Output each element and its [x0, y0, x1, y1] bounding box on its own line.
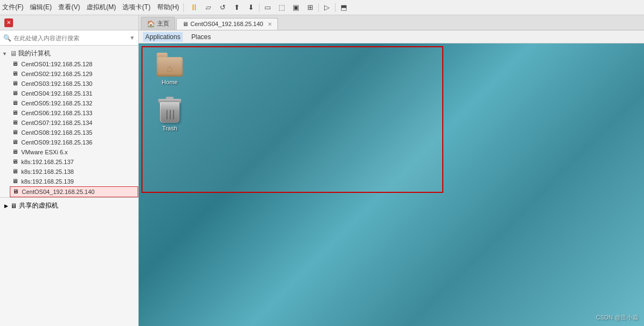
folder-body: ⌂ — [157, 57, 183, 77]
vm-icon: 🖥 — [12, 148, 20, 156]
vm-item-centos01[interactable]: 🖥 CentOS01:192.168.25.128 — [10, 59, 138, 69]
vm-icon: 🖥 — [12, 80, 20, 87]
tab-bar: 🏠 主页 🖥 CentOS04_192.168.25.140 ✕ — [139, 15, 644, 30]
menu-bar: 文件(F) 编辑(E) 查看(V) 虚拟机(M) 选项卡(T) 帮助(H) — [2, 3, 179, 12]
home-icon: 🏠 — [147, 20, 155, 28]
vm-item-centos140[interactable]: 🖥 CentOS04_192.168.25.140 — [10, 186, 138, 197]
sidebar-close-button[interactable]: ✕ — [4, 18, 13, 27]
vm-icon: 🖥 — [12, 168, 20, 175]
main-toolbar: 文件(F) 编辑(E) 查看(V) 虚拟机(M) 选项卡(T) 帮助(H) ⏸ … — [0, 0, 644, 15]
vm-item-centos05[interactable]: 🖥 CentOS05:192.168.25.132 — [10, 98, 138, 108]
vm-item-k8s139[interactable]: 🖥 k8s:192.168.25.139 — [10, 177, 138, 186]
search-input[interactable] — [14, 35, 127, 41]
vm-item-centos09[interactable]: 🖥 CentOS09:192.168.25.136 — [10, 137, 138, 147]
menu-edit[interactable]: 编辑(E) — [30, 3, 52, 12]
vm-tab-icon: 🖥 — [182, 21, 188, 27]
trash-icon-wrap — [158, 97, 182, 123]
computer-icon: 🖥 — [10, 49, 17, 58]
vm-list: 🖥 CentOS01:192.168.25.128 🖥 CentOS02:192… — [0, 59, 138, 197]
tree-root-my-computer[interactable]: ▼ 🖥 我的计算机 — [0, 48, 138, 59]
menu-view[interactable]: 查看(V) — [58, 3, 80, 12]
trash-body — [160, 102, 179, 123]
vm-item-centos06[interactable]: 🖥 CentOS06:192.168.25.133 — [10, 108, 138, 118]
triangle-icon: ▶ — [4, 203, 8, 209]
watermark: CSDN @庄小焱 — [596, 314, 639, 322]
app-toolbar: Applications Places — [139, 30, 644, 43]
toolbar-icon-btn-8[interactable]: ⊞ — [304, 2, 316, 14]
pause-button[interactable]: ⏸ — [188, 2, 200, 14]
toolbar-icon-btn-1[interactable]: ▱ — [202, 2, 214, 14]
trash-lines — [166, 110, 174, 120]
trash-line-3 — [173, 110, 174, 120]
vm-icon: 🖥 — [12, 90, 20, 97]
trash-line-2 — [170, 110, 171, 120]
vm-icon: 🖥 — [12, 178, 20, 185]
toolbar-divider-1 — [183, 3, 184, 12]
vm-item-centos04[interactable]: 🖥 CentOS04:192.168.25.131 — [10, 89, 138, 98]
vm-icon: 🖥 — [12, 109, 20, 117]
tab-centos[interactable]: 🖥 CentOS04_192.168.25.140 ✕ — [176, 18, 278, 30]
sidebar-footer: ▶ 🖥 共享的虚拟机 — [0, 197, 138, 214]
toolbar-icon-btn-9[interactable]: ▷ — [321, 2, 333, 14]
desktop-icon-trash[interactable]: Trash — [151, 97, 189, 132]
vm-item-k8s137[interactable]: 🖥 k8s:192.168.25.137 — [10, 157, 138, 167]
toolbar-divider-2 — [259, 3, 259, 12]
sidebar-tree: ▼ 🖥 我的计算机 🖥 CentOS01:192.168.25.128 🖥 Ce… — [0, 46, 138, 326]
toolbar-divider-3 — [318, 3, 319, 12]
vm-desktop[interactable]: ⌂ Home — [139, 43, 644, 326]
main-area: ✕ 🔍 ▼ ▼ 🖥 我的计算机 🖥 CentOS01:192.168.25.12… — [0, 15, 644, 326]
shared-vms-item[interactable]: ▶ 🖥 共享的虚拟机 — [2, 200, 136, 211]
vm-icon: 🖥 — [12, 119, 20, 127]
trash-icon-label: Trash — [160, 124, 179, 132]
search-bar: 🔍 ▼ — [0, 30, 138, 46]
toolbar-icon-btn-2[interactable]: ↺ — [216, 2, 228, 14]
vm-item-centos03[interactable]: 🖥 CentOS03:192.168.25.130 — [10, 79, 138, 89]
tab-home[interactable]: 🏠 主页 — [141, 17, 175, 30]
shared-vms-icon: 🖥 — [10, 202, 17, 210]
menu-help[interactable]: 帮助(H) — [157, 3, 179, 12]
vm-icon: 🖥 — [12, 158, 20, 166]
tree-root-label: 我的计算机 — [18, 49, 51, 58]
vm-item-centos07[interactable]: 🖥 CentOS07:192.168.25.134 — [10, 118, 138, 128]
toolbar-icons: ⏸ ▱ ↺ ⬆ ⬇ ▭ ⬚ ▣ ⊞ ▷ ⬒ — [188, 2, 350, 14]
tab-centos-label: CentOS04_192.168.25.140 — [190, 21, 263, 27]
desktop-icon-home[interactable]: ⌂ Home — [151, 53, 189, 86]
vm-icon: 🖥 — [12, 99, 20, 107]
sidebar-header: ✕ — [0, 15, 138, 30]
search-icon: 🔍 — [3, 34, 11, 42]
desktop-content-area: ⌂ Home — [141, 46, 443, 193]
vm-item-esxi[interactable]: 🖥 VMware ESXi 6.x — [10, 147, 138, 157]
menu-file[interactable]: 文件(F) — [2, 3, 23, 12]
right-panel: 🏠 主页 🖥 CentOS04_192.168.25.140 ✕ Applica… — [139, 15, 644, 326]
tree-expand-icon: ▼ — [2, 51, 9, 57]
vm-icon: 🖥 — [12, 60, 20, 68]
trash-line-1 — [166, 110, 168, 120]
tab-home-label: 主页 — [157, 20, 169, 28]
toolbar-icon-btn-10[interactable]: ⬒ — [338, 2, 350, 14]
toolbar-icon-btn-4[interactable]: ⬇ — [245, 2, 257, 14]
menu-vm[interactable]: 虚拟机(M) — [86, 3, 116, 12]
home-icon-label: Home — [160, 78, 179, 86]
toolbar-icon-btn-6[interactable]: ⬚ — [276, 2, 288, 14]
folder-home-symbol: ⌂ — [167, 63, 173, 74]
sidebar: ✕ 🔍 ▼ ▼ 🖥 我的计算机 🖥 CentOS01:192.168.25.12… — [0, 15, 139, 326]
vm-item-k8s138[interactable]: 🖥 k8s:192.168.25.138 — [10, 167, 138, 177]
vm-icon: 🖥 — [12, 70, 20, 78]
vm-item-centos02[interactable]: 🖥 CentOS02:192.168.25.129 — [10, 69, 138, 79]
folder-icon: ⌂ — [157, 53, 183, 77]
vm-item-centos08[interactable]: 🖥 CentOS08:192.168.25.135 — [10, 128, 138, 137]
shared-vms-label: 共享的虚拟机 — [19, 201, 58, 210]
toolbar-icon-btn-5[interactable]: ▭ — [262, 2, 274, 14]
toolbar-divider-4 — [335, 3, 336, 12]
places-menu[interactable]: Places — [189, 32, 213, 42]
toolbar-icon-btn-3[interactable]: ⬆ — [231, 2, 243, 14]
menu-tab[interactable]: 选项卡(T) — [122, 3, 150, 12]
applications-menu[interactable]: Applications — [143, 32, 183, 42]
folder-tab — [157, 53, 168, 57]
toolbar-icon-btn-7[interactable]: ▣ — [290, 2, 302, 14]
vm-icon: 🖥 — [12, 139, 20, 146]
desktop-icons: ⌂ Home — [151, 53, 189, 132]
tab-close-button[interactable]: ✕ — [268, 21, 272, 27]
vm-icon: 🖥 — [13, 188, 20, 196]
search-dropdown[interactable]: ▼ — [129, 35, 135, 41]
